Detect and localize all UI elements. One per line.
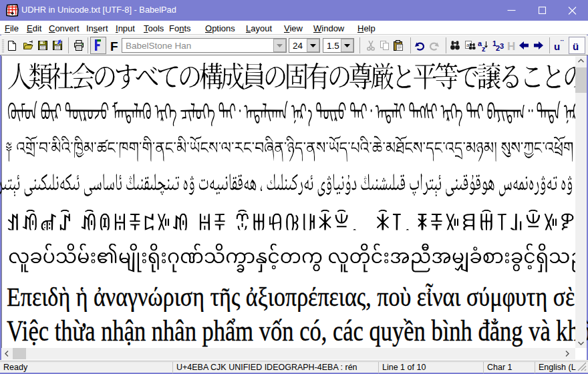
svg-text:¨: ¨ [561, 38, 564, 48]
svg-text:u: u [554, 41, 560, 52]
svg-text:F: F [110, 39, 118, 53]
svg-text:H: H [507, 40, 515, 53]
svg-text:BabelStone Han: BabelStone Han [126, 41, 191, 51]
svg-text:24: 24 [293, 41, 303, 51]
svg-text:ü: ü [573, 41, 579, 52]
svg-text:3: 3 [500, 42, 504, 50]
svg-text:1.5: 1.5 [327, 41, 339, 51]
